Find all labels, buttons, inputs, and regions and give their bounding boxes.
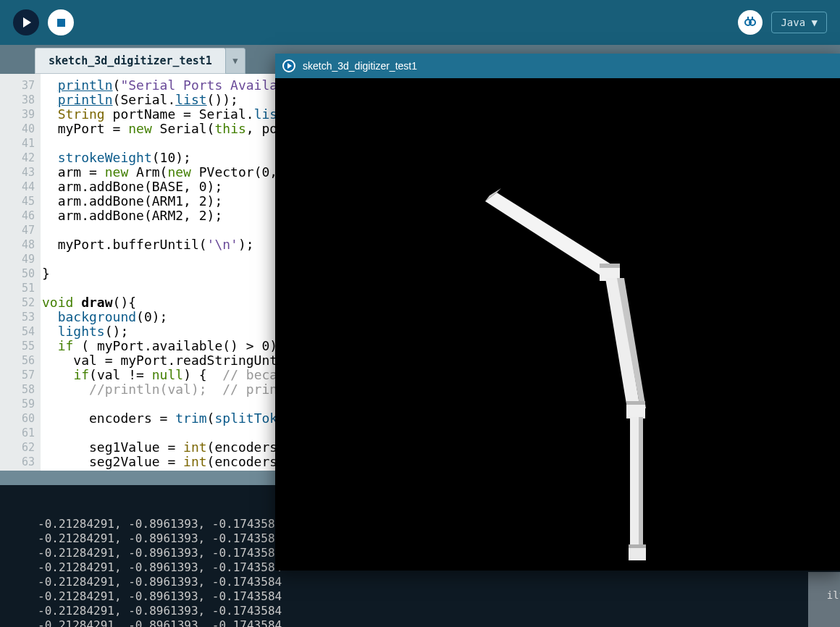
line-number: 43	[0, 165, 35, 180]
sketch-window: sketch_3d_digitizer_test1	[275, 54, 840, 571]
line-number: 49	[0, 252, 35, 266]
console-line: -0.21284291, -0.8961393, -0.1743584	[38, 575, 840, 589]
line-number: 57	[0, 368, 35, 382]
debug-icon	[743, 15, 757, 30]
stop-button[interactable]	[48, 9, 74, 35]
line-number: 61	[0, 426, 35, 440]
svg-marker-4	[485, 193, 617, 279]
line-number: 53	[0, 310, 35, 324]
sketch-canvas	[275, 78, 840, 571]
filter-hint: ilter	[827, 588, 840, 602]
console-line: -0.21284291, -0.8961393, -0.1743584	[38, 618, 840, 627]
toolbar: Java ▼ Co eop	[0, 0, 840, 45]
line-number: 56	[0, 353, 35, 368]
line-number: 44	[0, 180, 35, 194]
language-selector[interactable]: Java ▼	[771, 12, 827, 33]
run-button[interactable]	[13, 9, 39, 35]
line-number: 59	[0, 397, 35, 411]
sketch-title: sketch_3d_digitizer_test1	[303, 60, 417, 72]
arm-render	[275, 78, 840, 571]
line-number: 41	[0, 136, 35, 151]
line-number: 46	[0, 209, 35, 223]
svg-rect-12	[630, 417, 640, 546]
line-number: 40	[0, 122, 35, 136]
line-number: 62	[0, 440, 35, 455]
line-number: 51	[0, 281, 35, 295]
line-number: 39	[0, 107, 35, 122]
svg-rect-7	[600, 264, 620, 268]
line-number: 55	[0, 339, 35, 353]
line-number: 58	[0, 382, 35, 397]
svg-rect-11	[626, 401, 645, 405]
console-line: -0.21284291, -0.8961393, -0.1743584	[38, 589, 840, 604]
line-number: 63	[0, 455, 35, 469]
tab-menu-arrow[interactable]: ▼	[225, 48, 245, 74]
line-number: 45	[0, 194, 35, 209]
line-number: 38	[0, 93, 35, 107]
line-number: 37	[0, 78, 35, 93]
line-number: 52	[0, 295, 35, 310]
line-number: 60	[0, 411, 35, 426]
line-number: 54	[0, 324, 35, 339]
svg-rect-13	[639, 417, 643, 546]
line-number: 50	[0, 266, 35, 281]
line-gutter: 3738394041424344454647484950515253545556…	[0, 74, 41, 471]
console-line: -0.21284291, -0.8961393, -0.1743584	[38, 604, 840, 618]
line-number: 42	[0, 151, 35, 165]
tab-sketch[interactable]: sketch_3d_digitizer_test1	[35, 48, 226, 74]
line-number: 47	[0, 223, 35, 237]
line-number: 48	[0, 237, 35, 252]
svg-rect-15	[629, 544, 646, 548]
sketch-titlebar[interactable]: sketch_3d_digitizer_test1	[275, 54, 840, 78]
processing-icon	[282, 59, 295, 72]
debug-button[interactable]	[738, 10, 763, 35]
